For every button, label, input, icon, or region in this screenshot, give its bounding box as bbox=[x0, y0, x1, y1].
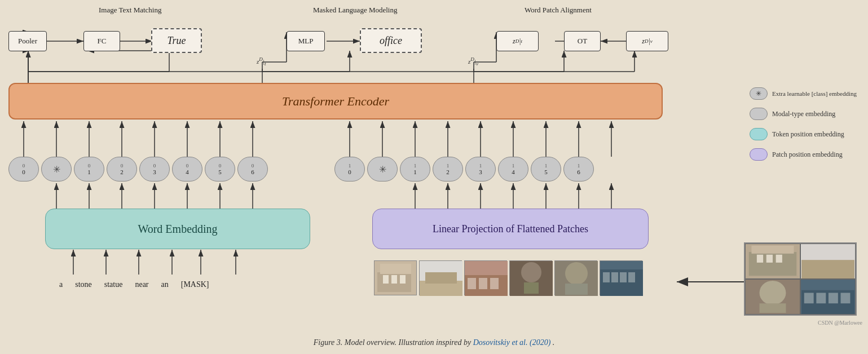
svg-rect-84 bbox=[490, 278, 499, 289]
wpa-label: Word Patch Alignment bbox=[525, 6, 592, 15]
svg-rect-104 bbox=[801, 260, 854, 278]
caption-link[interactable]: Dosovitskiy et al. (2020) bbox=[473, 338, 551, 347]
caption-text: Model overview. Illustration inspired by bbox=[345, 338, 473, 347]
itm-label: Image Text Matching bbox=[99, 6, 161, 15]
token-05: 05 bbox=[205, 157, 235, 182]
svg-rect-99 bbox=[751, 246, 794, 254]
svg-rect-90 bbox=[565, 284, 588, 295]
mlp-box: MLP bbox=[287, 31, 325, 51]
svg-rect-102 bbox=[776, 255, 782, 263]
legend-lavender-label: Patch position embedding bbox=[772, 151, 843, 159]
svg-rect-95 bbox=[620, 272, 627, 282]
svg-rect-93 bbox=[603, 272, 610, 282]
svg-point-86 bbox=[521, 262, 541, 282]
token-11: 11 bbox=[400, 157, 430, 182]
svg-rect-74 bbox=[383, 275, 389, 284]
legend-gray-shape bbox=[750, 108, 768, 120]
svg-rect-82 bbox=[468, 278, 476, 289]
svg-point-89 bbox=[565, 262, 588, 285]
legend: ✳ Extra learnable [class] embedding Moda… bbox=[750, 87, 857, 161]
patch-5 bbox=[554, 260, 597, 295]
legend-cyan-shape bbox=[750, 128, 768, 140]
svg-rect-73 bbox=[380, 264, 411, 274]
legend-gray-label: Modal-type embedding bbox=[772, 110, 835, 118]
token-15: 15 bbox=[531, 157, 561, 182]
legend-star-shape: ✳ bbox=[750, 87, 768, 100]
word-statue: statue bbox=[104, 280, 123, 289]
word-near: near bbox=[135, 280, 148, 289]
linear-projection-box: Linear Projection of Flattened Patches bbox=[372, 209, 649, 249]
token-00: 0 0 bbox=[8, 157, 39, 182]
patch-3 bbox=[464, 260, 507, 295]
svg-rect-87 bbox=[524, 282, 539, 294]
token-12: 12 bbox=[433, 157, 463, 182]
zd-t-left: zD|t bbox=[257, 56, 266, 67]
mlm-label: Masked Language Modeling bbox=[313, 6, 397, 15]
caption-suffix: . bbox=[553, 338, 555, 347]
word-an: an bbox=[161, 280, 169, 289]
legend-cyan-label: Token position embedding bbox=[772, 130, 844, 139]
token-06: 06 bbox=[237, 157, 268, 182]
token-02: 02 bbox=[107, 157, 137, 182]
reference-image bbox=[744, 242, 857, 316]
linear-projection-label: Linear Projection of Flattened Patches bbox=[433, 223, 588, 235]
legend-cyan: Token position embedding bbox=[750, 128, 857, 140]
word-row: a stone statue near an [MASK] bbox=[59, 280, 209, 289]
patch-row bbox=[374, 260, 642, 295]
legend-lavender-shape bbox=[750, 148, 768, 161]
token-16: 16 bbox=[563, 157, 594, 182]
svg-rect-83 bbox=[479, 278, 487, 289]
zd-t-right-box: zD|t bbox=[496, 31, 539, 51]
svg-point-106 bbox=[760, 281, 786, 305]
transformer-label: Transformer Encoder bbox=[282, 94, 389, 109]
word-embedding-box: Word Embedding bbox=[45, 209, 310, 249]
svg-rect-113 bbox=[841, 293, 851, 303]
legend-gray: Modal-type embedding bbox=[750, 108, 857, 120]
svg-rect-76 bbox=[400, 275, 406, 284]
token-13: 13 bbox=[465, 157, 496, 182]
svg-rect-111 bbox=[816, 293, 826, 303]
main-container: Image Text Matching Masked Language Mode… bbox=[0, 0, 868, 354]
patch-6 bbox=[600, 260, 642, 295]
svg-rect-100 bbox=[757, 255, 763, 263]
patch-4 bbox=[509, 260, 552, 295]
legend-star: ✳ Extra learnable [class] embedding bbox=[750, 87, 857, 100]
svg-rect-107 bbox=[760, 303, 786, 313]
word-mask: [MASK] bbox=[181, 280, 209, 289]
token-04: 04 bbox=[172, 157, 202, 182]
svg-rect-75 bbox=[391, 275, 397, 284]
zd-v-left: zD|v bbox=[468, 56, 478, 67]
svg-rect-112 bbox=[829, 293, 838, 303]
transformer-encoder: Transformer Encoder bbox=[8, 83, 663, 120]
token-01: 01 bbox=[74, 157, 104, 182]
token-14: 14 bbox=[498, 157, 528, 182]
token-03: 03 bbox=[139, 157, 170, 182]
legend-star-label: Extra learnable [class] embedding bbox=[772, 90, 857, 97]
figure-caption: Figure 3. Model overview. Illustration i… bbox=[0, 338, 868, 347]
svg-rect-110 bbox=[804, 293, 814, 303]
fc-box: FC bbox=[83, 31, 120, 51]
zd-v-right-box: zD|v bbox=[626, 31, 668, 51]
patch-1 bbox=[374, 260, 417, 295]
pooler-box: Pooler bbox=[8, 31, 47, 51]
word-stone: stone bbox=[75, 280, 92, 289]
csdn-label: CSDN @Marlowee bbox=[818, 320, 862, 326]
svg-rect-96 bbox=[628, 272, 635, 282]
token-star-left: ✳ bbox=[41, 157, 72, 182]
word-a: a bbox=[59, 280, 63, 289]
svg-rect-101 bbox=[766, 255, 773, 263]
true-box: True bbox=[151, 28, 202, 53]
token-star-right: ✳ bbox=[367, 157, 398, 182]
caption-prefix: Figure 3. bbox=[314, 338, 343, 347]
svg-rect-79 bbox=[425, 272, 457, 284]
svg-rect-94 bbox=[611, 272, 618, 282]
office-box: office bbox=[360, 28, 422, 53]
legend-lavender: Patch position embedding bbox=[750, 148, 857, 161]
token-10: 10 bbox=[334, 157, 365, 182]
word-embedding-label: Word Embedding bbox=[138, 223, 217, 236]
ot-box: OT bbox=[564, 31, 601, 51]
patch-2 bbox=[419, 260, 462, 295]
